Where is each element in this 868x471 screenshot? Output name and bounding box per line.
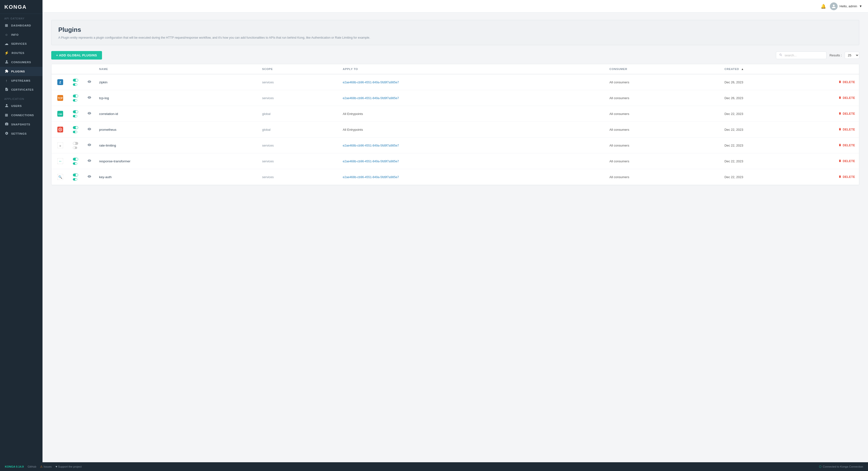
notification-bell-icon[interactable]: 🔔 [820,4,826,9]
svg-point-35 [75,158,78,160]
col-created-header[interactable]: CREATED ▲ [720,64,835,74]
sidebar-item-services[interactable]: ☁ SERVICES [0,39,42,48]
sidebar-item-dashboard[interactable]: ⊞ DASHBOARD [0,21,42,30]
plugin-created-cell: Dec 22, 2023 [720,106,835,121]
plugin-created: Dec 26, 2023 [724,96,743,100]
plugin-view-button[interactable] [87,143,91,148]
svg-point-21 [60,129,61,130]
plugin-applyto-cell: All Entrypoints [339,121,606,137]
plugin-created-cell: Dec 26, 2023 [720,90,835,106]
plugin-enable-toggle[interactable] [73,157,80,161]
svg-text:🔍: 🔍 [58,175,62,179]
upstreams-icon: ↑ [4,79,9,83]
results-label: Results : [829,54,842,57]
sidebar-item-users[interactable]: USERS [0,101,42,111]
sidebar-item-plugins[interactable]: PLUGINS [0,67,42,76]
plugin-enable-toggle[interactable] [73,142,80,146]
plugin-icon-cell [52,121,69,137]
github-link[interactable]: GitHub [28,465,36,468]
plugin-view-cell [84,121,95,137]
table-row: ||| rate-limiting services e2ae468b-cb96… [52,137,859,153]
toolbar-right: Results : 25 50 100 [776,52,859,59]
plugin-scope: services [262,81,274,84]
plugin-view-button[interactable] [87,112,91,116]
plugin-name: zipkin [99,81,107,84]
delete-plugin-button[interactable]: DELETE [838,96,855,100]
table-body: Z zipkin services e2ae468b-cb96-4551-849… [52,74,859,185]
sidebar-item-connections[interactable]: ⊞ CONNECTIONS [0,111,42,120]
toolbar: + ADD GLOBAL PLUGINS Results : 25 50 100 [51,51,859,60]
plugin-consumer: All consumers [609,96,629,100]
plugin-enable-toggle[interactable] [73,110,80,114]
plugin-name-cell: rate-limiting [95,137,258,153]
sidebar-item-consumers[interactable]: CONSUMERS [0,58,42,67]
plugin-toggle-cell [69,106,84,121]
delete-plugin-button[interactable]: DELETE [838,127,855,131]
support-link[interactable]: ♥ Support the project [56,465,82,468]
plugin-icon-cell: TCP [52,90,69,106]
apply-to-link[interactable]: e2ae468b-cb96-4551-849a-5fd9f7a985e7 [343,144,399,147]
apply-to-link[interactable]: e2ae468b-cb96-4551-849a-5fd9f7a985e7 [343,160,399,163]
page-header-card: Plugins A Plugin entity represents a plu… [51,20,859,45]
search-icon [779,53,782,57]
delete-plugin-button[interactable]: DELETE [838,143,855,147]
sidebar-item-settings[interactable]: SETTINGS [0,129,42,138]
plugin-name: rate-limiting [99,144,116,147]
plugin-view-button[interactable] [87,96,91,100]
sidebar-item-routes[interactable]: ⚡ ROUTES [0,48,42,58]
col-toggles-header [69,64,84,74]
plugin-applyto-cell: e2ae468b-cb96-4551-849a-5fd9f7a985e7 [339,169,606,185]
plugin-view-button[interactable] [87,159,91,163]
plugin-scope: services [262,96,274,100]
plugin-name: correlation-id [99,112,118,116]
plugin-created: Dec 26, 2023 [724,81,743,84]
plugin-consumer-cell: All consumers [606,106,720,121]
svg-point-37 [75,163,77,165]
svg-point-41 [75,174,78,176]
sidebar-item-certificates[interactable]: CERTIFICATES [0,85,42,94]
svg-text:TCP: TCP [58,97,63,100]
plugin-icon-cell: CID [52,106,69,121]
footer-left: KONGA 0.14.9 GitHub ⚠ Issues ♥ Support t… [5,465,82,468]
plugin-name-cell: prometheus [95,121,258,137]
delete-plugin-button[interactable]: DELETE [838,175,855,179]
services-icon: ☁ [4,41,9,46]
plugin-enable-toggle[interactable] [73,173,80,177]
apply-to-link[interactable]: e2ae468b-cb96-4551-849a-5fd9f7a985e7 [343,81,399,84]
sidebar: KONGA API GATEWAY ⊞ DASHBOARD ○ INFO ☁ S… [0,0,42,471]
plugin-view-button[interactable] [87,127,91,132]
sidebar-item-info[interactable]: ○ INFO [0,30,42,39]
sidebar-item-upstreams[interactable]: ↑ UPSTREAMS [0,76,42,85]
table-row: prometheus global All Entrypoints All co… [52,121,859,137]
page-title: Plugins [58,26,852,33]
sidebar-item-label: CERTIFICATES [11,88,33,91]
main-content: Plugins A Plugin entity represents a plu… [42,12,868,471]
col-applyto-header: APPLY TO [339,64,606,74]
sidebar-logo: KONGA [0,0,42,14]
plugin-icon [55,125,65,135]
trash-icon [838,112,841,116]
apply-to-link[interactable]: e2ae468b-cb96-4551-849a-5fd9f7a985e7 [343,175,399,179]
plugin-view-button[interactable] [87,175,91,179]
plugin-enable-toggle[interactable] [73,94,80,98]
delete-plugin-button[interactable]: DELETE [838,80,855,84]
plugin-enable-toggle[interactable] [73,126,80,130]
plugin-scope-cell: services [258,169,339,185]
svg-point-43 [75,178,77,180]
plugin-name: prometheus [99,128,116,131]
delete-plugin-button[interactable]: DELETE [838,159,855,163]
results-per-page-select[interactable]: 25 50 100 [845,52,859,59]
delete-plugin-button[interactable]: DELETE [838,112,855,116]
sidebar-item-snapshots[interactable]: SNAPSHOTS [0,120,42,129]
plugin-view-button[interactable] [87,80,91,84]
add-global-plugins-button[interactable]: + ADD GLOBAL PLUGINS [51,51,102,60]
plugin-enable-toggle[interactable] [73,79,80,82]
plugin-secondary-toggle [73,178,77,181]
apply-to-link[interactable]: e2ae468b-cb96-4551-849a-5fd9f7a985e7 [343,96,399,100]
user-menu[interactable]: Hello, admin ▼ [830,2,862,10]
search-input[interactable] [784,54,823,57]
issues-link[interactable]: ⚠ Issues [40,465,52,468]
plugin-view-cell [84,153,95,169]
table-header: NAME SCOPE APPLY TO CONSUMER CREATED ▲ [52,64,859,74]
table-row: CID correlation-id global All Entrypoint… [52,106,859,121]
